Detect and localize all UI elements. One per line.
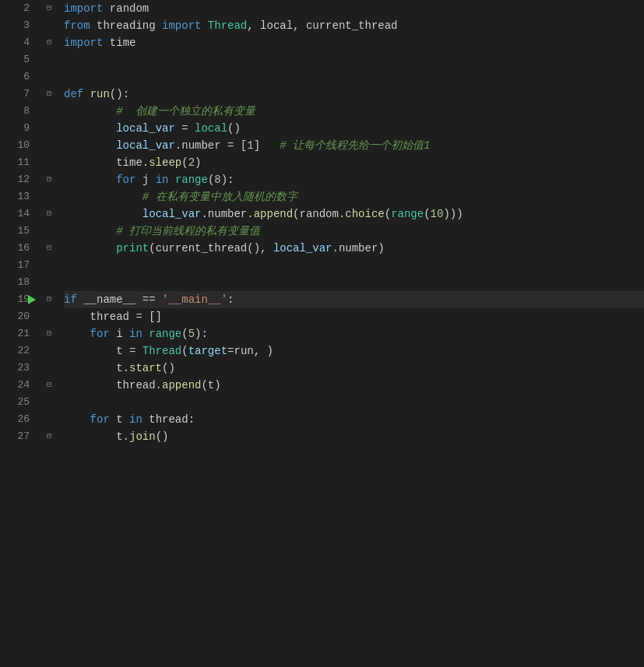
fold-icon-14[interactable]: ⊟ bbox=[44, 209, 54, 219]
line-num-22: 22 bbox=[0, 342, 30, 360]
fn-append-14: append bbox=[254, 205, 293, 223]
str-main-19: '__main__' bbox=[162, 291, 227, 308]
gutter-3 bbox=[37, 17, 61, 34]
gutter-25 bbox=[37, 394, 61, 411]
code-editor: 2 3 4 5 6 7 8 9 10 11 12 13 14 15 16 17 … bbox=[0, 0, 644, 667]
line-num-2: 2 bbox=[0, 0, 30, 17]
gutter-22 bbox=[37, 342, 61, 360]
line-num-16: 16 bbox=[0, 240, 30, 257]
fn-start-23: start bbox=[129, 360, 162, 377]
code-line-16: print(current_thread(), local_var.number… bbox=[64, 240, 644, 257]
line-num-21: 21 bbox=[0, 325, 30, 342]
fold-icon-4[interactable]: ⊟ bbox=[44, 38, 54, 47]
gutter-19[interactable]: ⊟ bbox=[37, 291, 61, 308]
gutter-14[interactable]: ⊟ bbox=[37, 205, 61, 223]
builtin-range-12: range bbox=[175, 171, 208, 188]
keyword-import-4: import bbox=[64, 34, 103, 51]
code-line-6 bbox=[64, 68, 644, 86]
gutter-7[interactable]: ⊟ bbox=[37, 86, 61, 103]
keyword-for-21: for bbox=[90, 325, 110, 342]
code-line-25 bbox=[64, 394, 644, 411]
gutter-27[interactable]: ⊟ bbox=[37, 428, 61, 445]
fold-icon-7[interactable]: ⊟ bbox=[44, 90, 54, 99]
line-num-27: 27 bbox=[0, 428, 30, 445]
line-num-14: 14 bbox=[0, 205, 30, 223]
line-num-7: 7 bbox=[0, 86, 30, 103]
code-line-3: from threading import Thread, local, cur… bbox=[64, 17, 644, 34]
num-8-12: 8 bbox=[214, 171, 220, 188]
line-num-13: 13 bbox=[0, 188, 30, 205]
code-line-12: for j in range(8): bbox=[64, 171, 644, 188]
line-num-17: 17 bbox=[0, 257, 30, 274]
gutter-2[interactable]: ⊟ bbox=[37, 0, 61, 17]
fold-icon-24[interactable]: ⊟ bbox=[44, 381, 54, 390]
keyword-for-12: for bbox=[116, 171, 135, 188]
gutter-5 bbox=[37, 51, 61, 68]
fn-append-24: append bbox=[162, 377, 201, 394]
class-thread-22: Thread bbox=[143, 342, 181, 360]
gutter-4[interactable]: ⊟ bbox=[37, 34, 61, 51]
code-line-10: local_var.number = [1] # 让每个线程先给一个初始值1 bbox=[64, 137, 644, 154]
comment-15: # 打印当前线程的私有变量值 bbox=[116, 223, 260, 240]
code-content: import random from threading import Thre… bbox=[61, 0, 644, 667]
code-line-4: import time bbox=[64, 34, 644, 51]
run-indicator-19[interactable] bbox=[28, 295, 36, 304]
line-numbers: 2 3 4 5 6 7 8 9 10 11 12 13 14 15 16 17 … bbox=[0, 0, 37, 667]
gutter: ⊟ ⊟ ⊟ ⊟ ⊟ ⊟ ⊟ ⊟ bbox=[37, 0, 61, 667]
fn-choice-14: choice bbox=[345, 205, 384, 223]
keyword-import-3: import bbox=[162, 17, 201, 34]
gutter-18 bbox=[37, 274, 61, 291]
keyword-in-21: in bbox=[129, 325, 143, 342]
line-num-20: 20 bbox=[0, 308, 30, 325]
keyword-in-12: in bbox=[156, 171, 169, 188]
gutter-16[interactable]: ⊟ bbox=[37, 240, 61, 257]
fold-icon-12[interactable]: ⊟ bbox=[44, 175, 54, 184]
line-num-15: 15 bbox=[0, 223, 30, 240]
fold-icon-27[interactable]: ⊟ bbox=[44, 432, 54, 441]
line-num-11: 11 bbox=[0, 154, 30, 171]
line-num-26: 26 bbox=[0, 411, 30, 428]
gutter-20 bbox=[37, 308, 61, 325]
code-line-19: if __name__ == '__main__': bbox=[64, 291, 644, 308]
fold-icon-2[interactable]: ⊟ bbox=[44, 4, 54, 13]
code-line-27: t.join() bbox=[64, 428, 644, 445]
code-line-23: t.start() bbox=[64, 360, 644, 377]
var-local-var-16: local_var bbox=[273, 240, 333, 257]
comment-13: # 在私有变量中放入随机的数字 bbox=[143, 188, 297, 205]
var-local-var-10: local_var bbox=[116, 137, 175, 154]
builtin-range-14: range bbox=[391, 205, 424, 223]
line-num-5: 5 bbox=[0, 51, 30, 68]
comment-8: # 创建一个独立的私有变量 bbox=[116, 103, 255, 120]
fold-icon-21[interactable]: ⊟ bbox=[44, 329, 54, 339]
gutter-13 bbox=[37, 188, 61, 205]
gutter-17 bbox=[37, 257, 61, 274]
code-line-15: # 打印当前线程的私有变量值 bbox=[64, 223, 644, 240]
gutter-23 bbox=[37, 360, 61, 377]
gutter-8 bbox=[37, 103, 61, 120]
num-10-14: 10 bbox=[431, 205, 444, 223]
fold-icon-16[interactable]: ⊟ bbox=[44, 244, 54, 253]
comment-10: # 让每个线程先给一个初始值1 bbox=[280, 137, 430, 154]
code-line-18 bbox=[64, 274, 644, 291]
code-line-22: t = Thread(target=run, ) bbox=[64, 342, 644, 360]
gutter-9 bbox=[37, 120, 61, 137]
code-line-8: # 创建一个独立的私有变量 bbox=[64, 103, 644, 120]
num-5-21: 5 bbox=[188, 325, 195, 342]
builtin-print-16: print bbox=[116, 240, 149, 257]
code-line-11: time.sleep(2) bbox=[64, 154, 644, 171]
fn-sleep-11: sleep bbox=[149, 154, 181, 171]
code-line-9: local_var = local() bbox=[64, 120, 644, 137]
gutter-11 bbox=[37, 154, 61, 171]
gutter-24[interactable]: ⊟ bbox=[37, 377, 61, 394]
fn-join-27: join bbox=[129, 428, 156, 445]
code-line-14: local_var.number.append(random.choice(ra… bbox=[64, 205, 644, 223]
code-line-21: for i in range(5): bbox=[64, 325, 644, 342]
fold-icon-19[interactable]: ⊟ bbox=[44, 295, 54, 304]
gutter-15 bbox=[37, 223, 61, 240]
gutter-12[interactable]: ⊟ bbox=[37, 171, 61, 188]
gutter-21[interactable]: ⊟ bbox=[37, 325, 61, 342]
line-num-19: 19 bbox=[0, 291, 30, 308]
code-line-20: thread = [] bbox=[64, 308, 644, 325]
line-num-23: 23 bbox=[0, 360, 30, 377]
line-num-8: 8 bbox=[0, 103, 30, 120]
